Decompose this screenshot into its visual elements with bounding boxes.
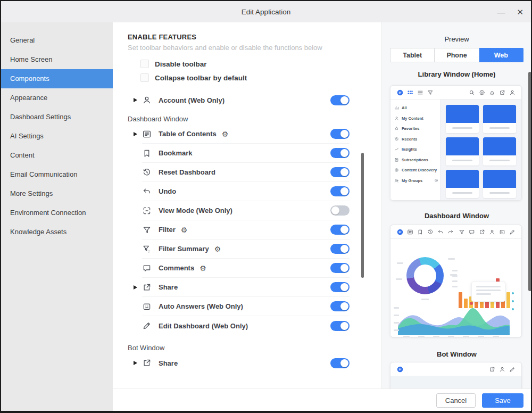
library-window-preview: AllMy ContentFavoritesRecentsInsightsSub…: [390, 85, 522, 201]
toggle-undo[interactable]: [330, 186, 350, 196]
panel-scrollbar[interactable]: [528, 72, 531, 291]
feature-row-table-of-contents: Table of Contents⚙: [142, 125, 350, 144]
gear-icon[interactable]: ⚙: [214, 245, 221, 253]
feature-row-share: Share: [142, 353, 350, 373]
history-icon: [142, 168, 152, 177]
toggle-reset-dashboard[interactable]: [330, 167, 350, 177]
library-window-title: Library Window (Home): [381, 70, 532, 78]
toggle-bookmark[interactable]: [330, 148, 350, 158]
share-icon: [489, 366, 495, 373]
sidebar-item-ai-settings[interactable]: AI Settings: [1, 127, 113, 146]
expand-arrow-icon[interactable]: [134, 98, 137, 102]
toggle-knob: [340, 264, 348, 272]
toggle-table-of-contents[interactable]: [330, 129, 350, 139]
people-icon: [394, 178, 399, 183]
sidebar-item-components[interactable]: Components: [1, 69, 113, 88]
feature-row-filter: Filter⚙: [142, 220, 350, 239]
feature-row-filter-summary: Filter Summary⚙: [142, 239, 350, 259]
checkbox-collapse-toolbar-by-default[interactable]: [140, 73, 149, 82]
feature-row-comments: Comments⚙: [142, 259, 350, 278]
dialog-footer: Cancel Save: [113, 389, 532, 412]
toggle-edit-dashboard-web-only[interactable]: [330, 321, 350, 331]
toggle-account-web-only[interactable]: [330, 95, 350, 105]
cancel-button[interactable]: Cancel: [436, 393, 476, 408]
share-icon: [142, 358, 152, 368]
toggle-share[interactable]: [330, 358, 350, 368]
gear-icon[interactable]: ⚙: [222, 130, 229, 138]
library-nav-label: My Groups: [402, 178, 422, 183]
history-icon: [394, 137, 399, 142]
library-nav-favorites: Favorites: [394, 123, 440, 134]
library-nav-my-content: My Content: [394, 113, 440, 124]
feature-row-undo: Undo: [142, 182, 350, 201]
gear-icon[interactable]: ⚙: [200, 265, 206, 272]
undo-icon: [437, 229, 444, 235]
toggle-filter[interactable]: [330, 225, 350, 235]
preview-tab-web[interactable]: Web: [479, 48, 523, 62]
popout-icon: [499, 89, 505, 96]
toggle-share[interactable]: [330, 282, 350, 292]
sidebar-item-knowledge-assets[interactable]: Knowledge Assets: [1, 222, 113, 242]
feature-label: Edit Dashboard (Web Only): [159, 322, 248, 330]
preview-tab-tablet[interactable]: Tablet: [390, 48, 435, 62]
dashboard-preview-charts: [390, 239, 521, 337]
content-scrollbar[interactable]: [361, 153, 364, 278]
search-icon: [469, 89, 475, 96]
toggle-knob: [331, 206, 339, 214]
person-icon: [509, 89, 516, 96]
close-icon[interactable]: ✕: [517, 8, 523, 16]
sidebar-item-environment-connection[interactable]: Environment Connection: [1, 203, 113, 222]
discovery-icon: [394, 168, 399, 172]
toggle-knob: [340, 359, 348, 367]
star-icon: [394, 126, 399, 131]
sidebar-item-appearance[interactable]: Appearance: [1, 88, 113, 108]
expand-arrow-icon[interactable]: [134, 132, 137, 136]
expand-arrow-icon[interactable]: [134, 285, 137, 290]
save-button[interactable]: Save: [482, 393, 523, 408]
library-tile: [446, 105, 479, 133]
gear-icon[interactable]: ⚙: [181, 226, 188, 234]
library-nav-insights: Insights: [394, 144, 440, 155]
checkbox-disable-toolbar[interactable]: [140, 60, 149, 68]
toggle-filter-summary[interactable]: [330, 244, 350, 254]
dashboard-toolbar: [390, 225, 521, 239]
logo-icon: [397, 89, 403, 96]
library-nav-recents: Recents: [394, 134, 440, 145]
toggle-view-mode-web-only[interactable]: [330, 205, 350, 216]
checkbox-label: Disable toolbar: [155, 60, 207, 68]
library-nav-label: Insights: [402, 147, 417, 152]
feature-label: Filter: [159, 226, 176, 234]
feature-row-view-mode-web-only: View Mode (Web Only): [142, 201, 350, 220]
undo-icon: [142, 187, 152, 196]
person-icon: [394, 116, 399, 121]
bell-icon: [489, 89, 495, 96]
toc-icon: [407, 229, 413, 235]
toggle-knob: [340, 245, 348, 253]
library-nav-label: Recents: [402, 137, 417, 142]
minimize-icon[interactable]: —: [497, 8, 505, 16]
sidebar-item-dashboard-settings[interactable]: Dashboard Settings: [1, 108, 113, 127]
expand-arrow-icon[interactable]: [134, 361, 137, 365]
bot-preview-body: [390, 376, 521, 389]
feature-row-account-web-only: Account (Web Only): [142, 90, 350, 110]
auto-answers-icon: [142, 302, 152, 311]
sidebar-item-home-screen[interactable]: Home Screen: [1, 50, 113, 69]
sidebar-item-email-communication[interactable]: Email Communication: [1, 165, 113, 184]
sidebar-item-more-settings[interactable]: More Settings: [1, 184, 113, 203]
person-icon: [499, 366, 505, 373]
feature-row-auto-answers-web-only: Auto Answers (Web Only): [142, 297, 350, 316]
sidebar-item-content[interactable]: Content: [1, 146, 113, 165]
feature-label: Undo: [159, 187, 176, 195]
sidebar-item-general[interactable]: General: [1, 31, 113, 50]
toggle-knob: [340, 168, 348, 176]
filter-icon: [142, 225, 152, 235]
toggle-comments[interactable]: [330, 263, 350, 273]
toc-icon: [142, 129, 152, 139]
bot-window-title: Bot Window: [381, 350, 532, 358]
library-tile: [446, 170, 479, 198]
plus-circle-icon: [434, 178, 438, 183]
toggle-auto-answers-web-only[interactable]: [330, 301, 350, 311]
bot-toolbar: [390, 362, 521, 376]
preview-tab-phone[interactable]: Phone: [435, 48, 479, 62]
toggle-knob: [340, 283, 348, 291]
